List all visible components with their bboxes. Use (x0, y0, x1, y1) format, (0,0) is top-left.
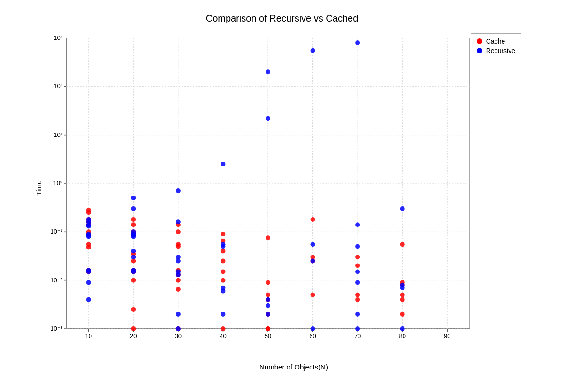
svg-text:50: 50 (265, 332, 271, 339)
svg-text:10: 10 (85, 332, 92, 339)
cache-legend-label: Cache (486, 38, 505, 45)
svg-text:90: 90 (444, 332, 450, 339)
svg-point-150 (266, 116, 270, 121)
svg-point-138 (176, 272, 181, 277)
svg-text:80: 80 (399, 332, 405, 339)
recursive-legend-dot (477, 48, 482, 53)
svg-point-141 (176, 312, 181, 317)
svg-point-130 (131, 234, 136, 239)
svg-text:40: 40 (220, 332, 226, 339)
svg-point-145 (221, 244, 225, 249)
svg-point-88 (221, 259, 225, 264)
svg-point-149 (266, 69, 270, 74)
svg-point-106 (355, 293, 360, 297)
svg-point-89 (221, 269, 225, 274)
svg-point-140 (176, 259, 181, 264)
svg-point-90 (221, 278, 225, 283)
svg-point-94 (266, 293, 270, 297)
svg-point-74 (131, 307, 136, 312)
svg-point-111 (400, 293, 405, 297)
svg-point-164 (355, 326, 360, 331)
svg-text:10³: 10³ (53, 34, 62, 41)
svg-point-158 (355, 40, 360, 45)
svg-text:10²: 10² (53, 83, 62, 90)
svg-point-152 (266, 303, 270, 308)
svg-point-99 (266, 326, 270, 331)
svg-text:10⁻³: 10⁻³ (50, 325, 62, 332)
svg-point-107 (355, 297, 360, 302)
svg-point-83 (176, 287, 181, 292)
svg-point-161 (355, 269, 360, 274)
svg-point-85 (221, 232, 225, 236)
svg-point-151 (266, 297, 270, 302)
svg-point-159 (355, 222, 360, 227)
svg-point-143 (221, 162, 225, 166)
legend-recursive: Recursive (477, 47, 515, 54)
svg-text:10⁻¹: 10⁻¹ (50, 228, 62, 235)
svg-point-82 (176, 278, 181, 283)
svg-point-142 (176, 326, 181, 331)
svg-point-79 (176, 244, 181, 249)
svg-point-103 (311, 293, 315, 297)
svg-point-163 (355, 312, 360, 317)
svg-point-53 (86, 210, 91, 215)
svg-point-155 (311, 242, 315, 247)
svg-point-157 (311, 326, 315, 331)
svg-text:70: 70 (354, 332, 361, 339)
svg-point-122 (86, 269, 91, 274)
svg-point-105 (355, 264, 360, 268)
svg-point-75 (131, 326, 136, 331)
svg-point-147 (221, 289, 225, 294)
svg-point-120 (86, 234, 91, 239)
svg-point-113 (400, 312, 405, 317)
svg-text:10⁰: 10⁰ (53, 180, 62, 187)
svg-point-104 (355, 255, 360, 259)
chart-area: Time Number of Objects(N) 10⁻³10⁻²10⁻¹10… (61, 29, 526, 347)
svg-point-136 (176, 219, 181, 224)
svg-point-153 (266, 312, 270, 317)
svg-point-160 (355, 244, 360, 249)
svg-point-65 (131, 222, 136, 227)
svg-point-108 (400, 242, 405, 247)
svg-point-112 (400, 297, 405, 302)
svg-point-148 (221, 312, 225, 317)
svg-point-132 (131, 255, 136, 259)
svg-point-135 (176, 188, 181, 193)
svg-point-123 (86, 280, 91, 285)
svg-point-117 (86, 224, 91, 229)
svg-text:20: 20 (130, 332, 137, 339)
cache-legend-dot (477, 38, 482, 44)
svg-point-156 (311, 259, 315, 264)
svg-point-167 (400, 286, 405, 290)
svg-point-168 (400, 326, 405, 331)
svg-point-87 (221, 249, 225, 253)
svg-point-165 (400, 206, 405, 211)
legend-cache: Cache (477, 38, 515, 45)
svg-point-91 (221, 326, 225, 331)
svg-point-77 (176, 229, 181, 234)
scatter-chart: 10⁻³10⁻²10⁻¹10⁰10¹10²10³1020304050607080… (61, 29, 526, 347)
svg-point-61 (86, 245, 91, 249)
x-axis-label: Number of Objects(N) (259, 363, 328, 371)
svg-point-73 (131, 278, 136, 283)
svg-point-93 (266, 280, 270, 285)
legend: Cache Recursive (471, 33, 521, 60)
svg-text:10⁻²: 10⁻² (50, 277, 62, 284)
chart-title: Comparison of Recursive vs Cached (24, 13, 540, 24)
svg-point-154 (311, 48, 315, 53)
svg-point-92 (266, 235, 270, 240)
svg-text:30: 30 (175, 332, 182, 339)
recursive-legend-label: Recursive (486, 47, 515, 54)
svg-text:10¹: 10¹ (53, 131, 62, 138)
svg-point-134 (131, 269, 136, 274)
svg-text:60: 60 (309, 332, 316, 339)
svg-point-126 (131, 206, 136, 211)
svg-point-124 (86, 297, 91, 302)
svg-point-125 (131, 196, 136, 200)
svg-point-162 (355, 280, 360, 285)
svg-point-64 (131, 217, 136, 222)
chart-container: Comparison of Recursive vs Cached Time N… (24, 13, 540, 379)
svg-point-100 (311, 217, 315, 222)
svg-point-131 (131, 249, 136, 253)
y-axis-label: Time (35, 181, 43, 196)
